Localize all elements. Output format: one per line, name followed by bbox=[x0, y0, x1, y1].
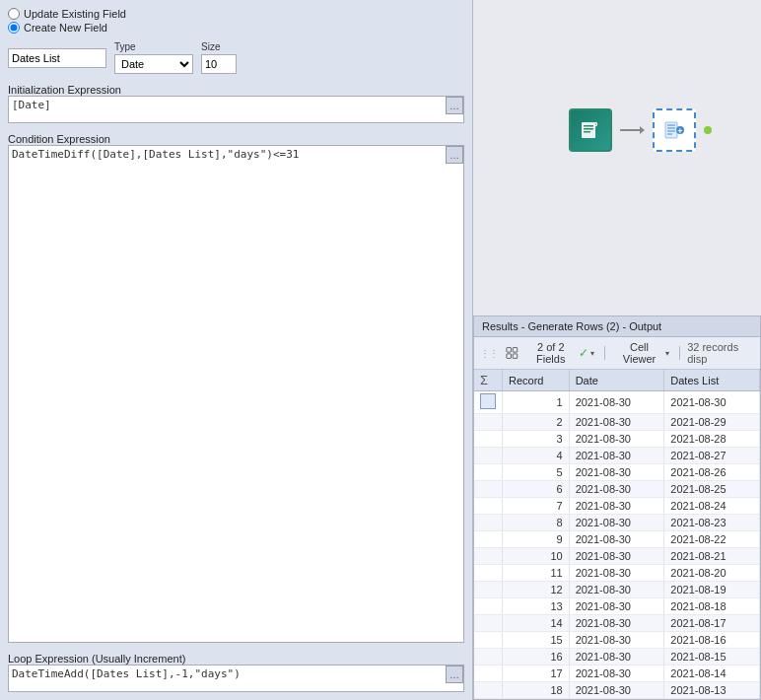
loop-expr-btn[interactable]: … bbox=[446, 665, 463, 683]
col-header-icon: Σ bbox=[474, 370, 503, 391]
table-row: 102021-08-302021-08-21 bbox=[474, 548, 760, 565]
update-existing-option[interactable]: Update Existing Field bbox=[8, 8, 464, 20]
left-panel: Update Existing Field Create New Field T… bbox=[0, 0, 473, 700]
table-row: 172021-08-302021-08-14 bbox=[474, 665, 760, 682]
field-name-input[interactable] bbox=[8, 48, 106, 68]
row-number: 8 bbox=[503, 515, 570, 531]
col-header-record[interactable]: Record bbox=[503, 370, 570, 391]
row-icon-cell bbox=[474, 682, 503, 699]
row-number: 6 bbox=[503, 481, 570, 498]
table-row: 52021-08-302021-08-26 bbox=[474, 464, 760, 481]
table-header-row: Σ Record Date Dates List bbox=[474, 370, 760, 391]
col-header-dates-list[interactable]: Dates List bbox=[664, 370, 760, 391]
row-dates-list: 2021-08-21 bbox=[664, 548, 760, 565]
record-selector[interactable] bbox=[480, 393, 496, 409]
checkmark-icon: ✓ bbox=[579, 346, 588, 360]
init-expr-btn[interactable]: … bbox=[446, 97, 463, 114]
row-date: 2021-08-30 bbox=[569, 615, 664, 632]
size-input[interactable] bbox=[201, 54, 237, 74]
row-dates-list: 2021-08-14 bbox=[664, 665, 760, 682]
sigma-icon: Σ bbox=[480, 373, 488, 387]
row-icon-cell bbox=[474, 391, 503, 414]
row-number: 4 bbox=[503, 448, 570, 464]
type-label: Type bbox=[114, 41, 193, 52]
cell-viewer-label: Cell Viewer bbox=[615, 341, 663, 365]
fields-icon bbox=[506, 346, 519, 360]
row-number: 18 bbox=[503, 682, 570, 699]
input-node[interactable] bbox=[569, 108, 612, 152]
update-existing-radio[interactable] bbox=[8, 8, 20, 20]
fields-button[interactable]: 2 of 2 Fields ✓ ▾ bbox=[522, 340, 597, 366]
data-table-wrapper[interactable]: Σ Record Date Dates List 12021-08-302021… bbox=[474, 370, 760, 699]
init-section-label: Initialization Expression bbox=[8, 84, 464, 96]
connector-line bbox=[620, 129, 640, 131]
row-dates-list: 2021-08-12 bbox=[664, 699, 760, 700]
row-icon-cell bbox=[474, 548, 503, 565]
row-dates-list: 2021-08-30 bbox=[664, 391, 760, 414]
row-number: 3 bbox=[503, 431, 570, 448]
svg-text:+: + bbox=[677, 126, 682, 136]
row-icon-cell bbox=[474, 649, 503, 665]
data-table: Σ Record Date Dates List 12021-08-302021… bbox=[474, 370, 760, 699]
row-icon-cell bbox=[474, 448, 503, 464]
table-row: 152021-08-302021-08-16 bbox=[474, 632, 760, 649]
init-section: Initialization Expression [Date] … bbox=[8, 82, 464, 127]
generate-rows-node[interactable]: + bbox=[653, 108, 696, 152]
table-row: 142021-08-302021-08-17 bbox=[474, 615, 760, 632]
row-date: 2021-08-30 bbox=[569, 498, 664, 515]
row-number: 11 bbox=[503, 565, 570, 582]
type-select[interactable]: Date String Int64 Double bbox=[114, 54, 193, 74]
create-new-radio[interactable] bbox=[8, 22, 20, 34]
row-date: 2021-08-30 bbox=[569, 699, 664, 700]
table-row: 62021-08-302021-08-25 bbox=[474, 481, 760, 498]
row-number: 2 bbox=[503, 414, 570, 431]
row-dates-list: 2021-08-23 bbox=[664, 515, 760, 531]
table-body: 12021-08-302021-08-3022021-08-302021-08-… bbox=[474, 391, 760, 700]
table-row: 182021-08-302021-08-13 bbox=[474, 682, 760, 699]
field-name-group bbox=[8, 48, 106, 68]
table-row: 192021-08-302021-08-12 bbox=[474, 699, 760, 700]
loop-expr-textarea[interactable]: DateTimeAdd([Dates List],-1,"days") bbox=[8, 665, 464, 692]
row-date: 2021-08-30 bbox=[569, 632, 664, 649]
init-expr-textarea[interactable]: [Date] bbox=[8, 96, 464, 123]
row-icon-cell bbox=[474, 481, 503, 498]
row-dates-list: 2021-08-22 bbox=[664, 531, 760, 548]
row-date: 2021-08-30 bbox=[569, 682, 664, 699]
svg-rect-4 bbox=[665, 122, 677, 138]
row-number: 12 bbox=[503, 582, 570, 598]
row-date: 2021-08-30 bbox=[569, 391, 664, 414]
toolbar-divider-2 bbox=[679, 346, 680, 360]
type-group: Type Date String Int64 Double bbox=[114, 41, 193, 74]
field-config-row: Type Date String Int64 Double Size bbox=[8, 41, 464, 74]
cond-expr-btn[interactable]: … bbox=[446, 146, 463, 164]
cond-expr-textarea[interactable]: DateTimeDiff([Date],[Dates List],"days")… bbox=[8, 145, 464, 643]
col-header-date[interactable]: Date bbox=[569, 370, 664, 391]
row-icon-cell bbox=[474, 531, 503, 548]
row-icon-cell bbox=[474, 414, 503, 431]
row-date: 2021-08-30 bbox=[569, 582, 664, 598]
row-number: 1 bbox=[503, 391, 570, 414]
cond-section-label: Condition Expression bbox=[8, 133, 464, 145]
loop-section-label: Loop Expression (Usually Increment) bbox=[8, 653, 464, 665]
field-mode-radio-group: Update Existing Field Create New Field bbox=[8, 8, 464, 34]
cell-viewer-button[interactable]: Cell Viewer ▾ bbox=[612, 340, 672, 366]
table-row: 112021-08-302021-08-20 bbox=[474, 565, 760, 582]
loop-expr-container: DateTimeAdd([Dates List],-1,"days") … bbox=[8, 665, 464, 692]
table-row: 72021-08-302021-08-24 bbox=[474, 498, 760, 515]
svg-rect-3 bbox=[584, 131, 590, 133]
row-date: 2021-08-30 bbox=[569, 649, 664, 665]
row-date: 2021-08-30 bbox=[569, 414, 664, 431]
fields-dropdown-arrow: ▾ bbox=[590, 349, 594, 358]
size-group: Size bbox=[201, 41, 237, 74]
row-icon-cell bbox=[474, 699, 503, 700]
records-count-label: 32 records disp bbox=[687, 341, 754, 365]
row-number: 10 bbox=[503, 548, 570, 565]
row-dates-list: 2021-08-19 bbox=[664, 582, 760, 598]
row-icon-cell bbox=[474, 598, 503, 615]
row-icon-cell bbox=[474, 632, 503, 649]
svg-rect-11 bbox=[507, 348, 512, 353]
svg-rect-1 bbox=[584, 125, 593, 127]
create-new-option[interactable]: Create New Field bbox=[8, 22, 464, 34]
row-number: 17 bbox=[503, 665, 570, 682]
workflow-nodes: + bbox=[569, 108, 712, 152]
